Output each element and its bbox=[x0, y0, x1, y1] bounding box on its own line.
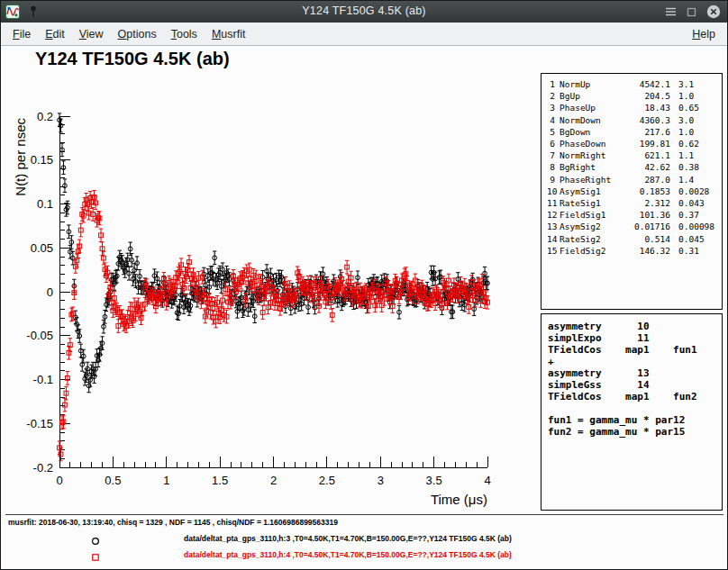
y-axis-title: N(t) per nsec bbox=[13, 118, 28, 196]
open-square-icon bbox=[91, 549, 100, 565]
window-title: Y124 TF150G 4.5K (ab) bbox=[109, 5, 619, 17]
separator-line bbox=[5, 514, 723, 515]
param-row-FieldSig1: 12FieldSig1101.360.37 bbox=[547, 209, 722, 221]
svg-text:-0.2: -0.2 bbox=[33, 461, 53, 475]
menu-items-left: FileEditViewOptionsToolsMusrfit bbox=[5, 23, 252, 45]
close-icon[interactable] bbox=[706, 5, 721, 19]
titlebar-right-icons bbox=[665, 5, 721, 19]
pin-icon[interactable] bbox=[28, 5, 39, 18]
chart-svg[interactable]: -0.2-0.15-0.1-0.0500.050.10.150.200.511.… bbox=[1, 46, 541, 519]
svg-text:4: 4 bbox=[484, 474, 490, 487]
menu-item-view[interactable]: View bbox=[72, 23, 111, 45]
param-row-RateSig1: 11RateSig12.3120.043 bbox=[547, 197, 722, 209]
legend-entry: data/deltat_pta_gps_3110,h:4 ,T0=4.50K,T… bbox=[1, 547, 728, 563]
menu-item-options[interactable]: Options bbox=[111, 23, 164, 45]
titlebar[interactable]: Y124 TF150G 4.5K (ab) bbox=[1, 1, 727, 23]
theory-line: simplExpo 11 bbox=[548, 332, 722, 344]
svg-text:3.5: 3.5 bbox=[426, 474, 442, 487]
window-menu-icon[interactable] bbox=[665, 6, 677, 17]
data-series-1 bbox=[58, 113, 490, 393]
menu-item-help[interactable]: Help bbox=[685, 23, 723, 45]
theory-line: fun1 = gamma_mu * par12 bbox=[548, 414, 722, 426]
param-row-PhaseDown: 6PhaseDown199.810.62 bbox=[547, 138, 722, 149]
svg-text:1.5: 1.5 bbox=[212, 474, 228, 487]
theory-line: asymmetry 13 bbox=[548, 367, 722, 379]
app-window: Y124 TF150G 4.5K (ab) bbox=[0, 0, 728, 570]
menu-item-musrfit[interactable]: Musrfit bbox=[205, 23, 253, 45]
menu-bar: FileEditViewOptionsToolsMusrfit Help bbox=[1, 23, 727, 46]
svg-text:0.05: 0.05 bbox=[31, 241, 53, 255]
param-row-PhaseUp: 3PhaseUp18.430.65 bbox=[547, 102, 722, 113]
menu-item-edit[interactable]: Edit bbox=[38, 23, 72, 45]
theory-line: fun2 = gamma_mu * par15 bbox=[548, 426, 722, 438]
theory-line bbox=[548, 403, 722, 414]
param-row-FieldSig2: 15FieldSig2146.320.31 bbox=[547, 245, 722, 257]
menu-item-tools[interactable]: Tools bbox=[164, 23, 205, 45]
param-row-BgUp: 2BgUp204.51.0 bbox=[547, 90, 722, 102]
svg-text:0.5: 0.5 bbox=[105, 474, 121, 487]
parameter-table: 1NormUp4542.13.12BgUp204.51.03PhaseUp18.… bbox=[541, 73, 723, 310]
param-row-NormUp: 1NormUp4542.13.1 bbox=[547, 78, 722, 90]
svg-text:0.1: 0.1 bbox=[37, 197, 53, 211]
param-row-AsymSig2: 13AsymSig20.017160.00098 bbox=[547, 221, 722, 232]
titlebar-left-icons bbox=[5, 5, 39, 19]
theory-block: asymmetry 10simplExpo 11TFieldCos map1 f… bbox=[541, 313, 723, 511]
theory-line: + bbox=[548, 356, 722, 367]
theory-line: simpleGss 14 bbox=[548, 379, 722, 391]
menu-item-file[interactable]: File bbox=[5, 23, 38, 45]
theory-line: TFieldCos map1 fun1 bbox=[548, 344, 722, 356]
svg-text:0.15: 0.15 bbox=[31, 153, 53, 167]
param-row-NormRight: 7NormRight621.11.1 bbox=[547, 149, 722, 161]
app-icon bbox=[5, 5, 20, 19]
fit-status-text: musrfit: 2018-06-30, 13:19:40, chisq = 1… bbox=[8, 518, 338, 527]
x-axis-title: Time (μs) bbox=[431, 492, 487, 507]
menu-items-right: Help bbox=[685, 23, 723, 45]
svg-text:1: 1 bbox=[163, 474, 169, 487]
svg-text:0: 0 bbox=[47, 285, 53, 299]
svg-text:-0.15: -0.15 bbox=[26, 417, 53, 430]
plot-area[interactable]: -0.2-0.15-0.1-0.0500.050.10.150.200.511.… bbox=[1, 46, 541, 519]
param-row-BgRight: 8BgRight42.620.38 bbox=[547, 161, 722, 173]
svg-text:0: 0 bbox=[56, 474, 62, 487]
theory-line: asymmetry 10 bbox=[548, 321, 722, 332]
param-row-BgDown: 5BgDown217.61.0 bbox=[547, 126, 722, 138]
svg-text:3: 3 bbox=[378, 474, 384, 487]
plot-title: Y124 TF150G 4.5K (ab) bbox=[35, 49, 230, 69]
svg-text:0.2: 0.2 bbox=[37, 110, 53, 123]
svg-text:2.5: 2.5 bbox=[319, 474, 335, 487]
theory-line: TFieldCos map1 fun2 bbox=[548, 391, 722, 403]
legend-text: data/deltat_pta_gps_3110,h:4 ,T0=4.50K,T… bbox=[184, 550, 512, 559]
svg-text:2: 2 bbox=[270, 474, 277, 487]
plot-legend: data/deltat_pta_gps_3110,h:3 ,T0=4.50K,T… bbox=[1, 530, 728, 563]
param-row-NormDown: 4NormDown4360.33.0 bbox=[547, 114, 722, 126]
param-row-RateSig2: 14RateSig20.5140.045 bbox=[547, 233, 722, 245]
legend-entry: data/deltat_pta_gps_3110,h:3 ,T0=4.50K,T… bbox=[1, 530, 728, 547]
maximize-icon[interactable] bbox=[687, 7, 696, 17]
data-series-2 bbox=[58, 191, 490, 461]
svg-text:-0.05: -0.05 bbox=[26, 329, 53, 342]
param-row-PhaseRight: 9PhaseRight287.01.4 bbox=[547, 174, 722, 185]
svg-text:-0.1: -0.1 bbox=[33, 373, 53, 386]
legend-text: data/deltat_pta_gps_3110,h:3 ,T0=4.50K,T… bbox=[184, 534, 512, 543]
param-row-AsymSig1: 10AsymSig10.18530.0028 bbox=[547, 185, 722, 197]
